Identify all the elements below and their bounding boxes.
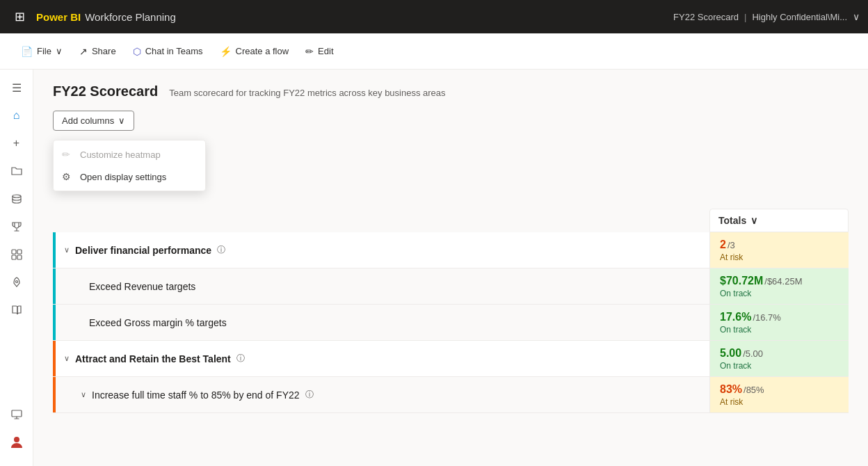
share-label: Share <box>92 46 116 56</box>
row-content-staff: ∨ Increase full time staff % to 85% by e… <box>53 377 709 412</box>
sidebar-item-menu[interactable]: ☰ <box>4 75 29 100</box>
metric-status-staff: At risk <box>720 397 839 407</box>
report-title: FY22 Scorecard <box>673 12 739 22</box>
top-bar: ⊞ Power BI Workforce Planning FY22 Score… <box>0 0 868 33</box>
toolbar: 📄 File ∨ ↗ Share ⬡ Chat in Teams ⚡ Creat… <box>0 33 868 70</box>
dropdown-menu: ✏ Customize heatmap ⚙ Open display setti… <box>53 140 206 191</box>
scorecard-table: Totals ∨ ∨ Deliver financial performance… <box>53 209 849 413</box>
customize-label: Customize heatmap <box>80 150 161 160</box>
sensitivity-chevron[interactable]: ∨ <box>853 11 860 22</box>
metric-target-margin: /16.7% <box>753 312 780 323</box>
metric-status-margin: On track <box>720 325 839 335</box>
section-chevron-financial[interactable]: ∨ <box>64 246 70 255</box>
top-bar-right: FY22 Scorecard | Highly Confidential\Mi.… <box>673 11 860 22</box>
logo-area: Power BI Workforce Planning <box>36 11 176 23</box>
sidebar-item-folder[interactable] <box>4 159 29 184</box>
metric-cell-talent: 5.00 /5.00 On track <box>709 341 849 376</box>
svg-point-5 <box>15 281 17 283</box>
scorecard-subtitle: Team scorecard for tracking FY22 metrics… <box>169 88 445 98</box>
logo-text: Power BI <box>36 11 81 23</box>
section-label-margin: Exceed Gross margin % targets <box>89 317 227 328</box>
svg-rect-3 <box>12 255 16 259</box>
teams-icon: ⬡ <box>133 46 141 57</box>
scorecard-header: FY22 Scorecard Team scorecard for tracki… <box>53 83 849 99</box>
flow-icon: ⚡ <box>220 46 232 57</box>
metric-status-financial: At risk <box>720 252 839 262</box>
totals-column-header[interactable]: Totals ∨ <box>709 209 849 232</box>
content-area: FY22 Scorecard Team scorecard for tracki… <box>33 70 868 466</box>
share-button[interactable]: ↗ Share <box>72 42 123 61</box>
settings-icon: ⚙ <box>62 171 73 182</box>
customize-icon: ✏ <box>62 149 73 160</box>
info-icon-financial[interactable]: ⓘ <box>217 244 225 256</box>
section-label-talent: Attract and Retain the Best Talent <box>75 353 231 364</box>
section-label-staff: Increase full time staff % to 85% by end… <box>92 389 300 401</box>
section-label-revenue: Exceed Revenue targets <box>89 281 195 292</box>
svg-rect-1 <box>12 250 16 254</box>
svg-rect-2 <box>17 250 22 254</box>
edit-button[interactable]: ✏ Edit <box>298 42 340 61</box>
section-label-financial: Deliver financial performance <box>75 245 211 256</box>
sidebar-item-trophy[interactable] <box>4 214 29 239</box>
table-row: Exceed Revenue targets $70.72M /$64.25M … <box>53 268 849 305</box>
add-columns-button[interactable]: Add columns ∨ <box>53 111 134 131</box>
totals-chevron: ∨ <box>750 215 757 226</box>
chat-label: Chat in Teams <box>145 46 203 56</box>
sidebar-item-book[interactable] <box>4 298 29 323</box>
sidebar-item-create[interactable]: + <box>4 131 29 156</box>
sidebar: ☰ ⌂ + <box>0 70 33 466</box>
scorecard-title: FY22 Scorecard <box>53 83 158 99</box>
table-row: ∨ Attract and Retain the Best Talent ⓘ 5… <box>53 341 849 377</box>
metric-value-staff: 83% <box>720 383 742 396</box>
app-name: Workforce Planning <box>85 11 176 23</box>
table-header: Totals ∨ <box>53 209 849 232</box>
add-columns-chevron: ∨ <box>118 115 125 126</box>
sidebar-item-person[interactable] <box>4 430 29 455</box>
svg-point-7 <box>14 437 19 442</box>
row-content-revenue: Exceed Revenue targets <box>53 268 709 304</box>
metric-status-talent: On track <box>720 361 839 371</box>
metric-target-talent: /5.00 <box>743 348 763 359</box>
sidebar-item-rocket[interactable] <box>4 270 29 295</box>
table-row: Exceed Gross margin % targets 17.6% /16.… <box>53 305 849 341</box>
metric-value-talent: 5.00 <box>720 347 741 360</box>
totals-label: Totals <box>718 215 746 226</box>
open-display-settings-item[interactable]: ⚙ Open display settings <box>54 166 205 188</box>
metric-cell-margin: 17.6% /16.7% On track <box>709 305 849 340</box>
metric-value-margin: 17.6% <box>720 311 751 323</box>
edit-label: Edit <box>318 46 333 56</box>
row-content-talent: ∨ Attract and Retain the Best Talent ⓘ <box>53 341 709 376</box>
file-button[interactable]: 📄 File ∨ <box>14 42 70 61</box>
metric-value-revenue: $70.72M <box>720 275 763 287</box>
sensitivity-label: Highly Confidential\Mi... <box>752 12 847 22</box>
file-chevron: ∨ <box>56 46 63 56</box>
waffle-icon[interactable]: ⊞ <box>8 6 31 28</box>
svg-rect-4 <box>17 255 22 259</box>
section-chevron-staff[interactable]: ∨ <box>81 390 86 399</box>
chat-button[interactable]: ⬡ Chat in Teams <box>126 42 210 61</box>
file-label: File <box>37 46 51 56</box>
edit-icon: ✏ <box>305 46 314 57</box>
row-content-financial: ∨ Deliver financial performance ⓘ <box>53 232 709 268</box>
info-icon-staff[interactable]: ⓘ <box>305 389 314 401</box>
metric-cell-revenue: $70.72M /$64.25M On track <box>709 268 849 304</box>
flow-button[interactable]: ⚡ Create a flow <box>213 42 296 61</box>
svg-rect-6 <box>12 410 22 417</box>
table-row: ∨ Increase full time staff % to 85% by e… <box>53 377 849 413</box>
settings-label: Open display settings <box>80 172 166 182</box>
sidebar-item-data[interactable] <box>4 186 29 211</box>
flow-label: Create a flow <box>236 46 289 56</box>
share-icon: ↗ <box>79 46 88 57</box>
separator: | <box>744 12 746 22</box>
info-icon-talent[interactable]: ⓘ <box>236 353 245 364</box>
section-chevron-talent[interactable]: ∨ <box>64 354 70 363</box>
file-icon: 📄 <box>21 46 33 57</box>
metric-status-revenue: On track <box>720 289 839 298</box>
table-row: ∨ Deliver financial performance ⓘ 2 /3 A… <box>53 232 849 268</box>
metric-target-revenue: /$64.25M <box>764 276 802 287</box>
sidebar-item-dashboard[interactable] <box>4 242 29 267</box>
metric-target-financial: /3 <box>728 240 735 250</box>
sidebar-item-monitor[interactable] <box>4 402 29 427</box>
metric-value-financial: 2 <box>720 239 726 251</box>
sidebar-item-home[interactable]: ⌂ <box>4 103 29 128</box>
